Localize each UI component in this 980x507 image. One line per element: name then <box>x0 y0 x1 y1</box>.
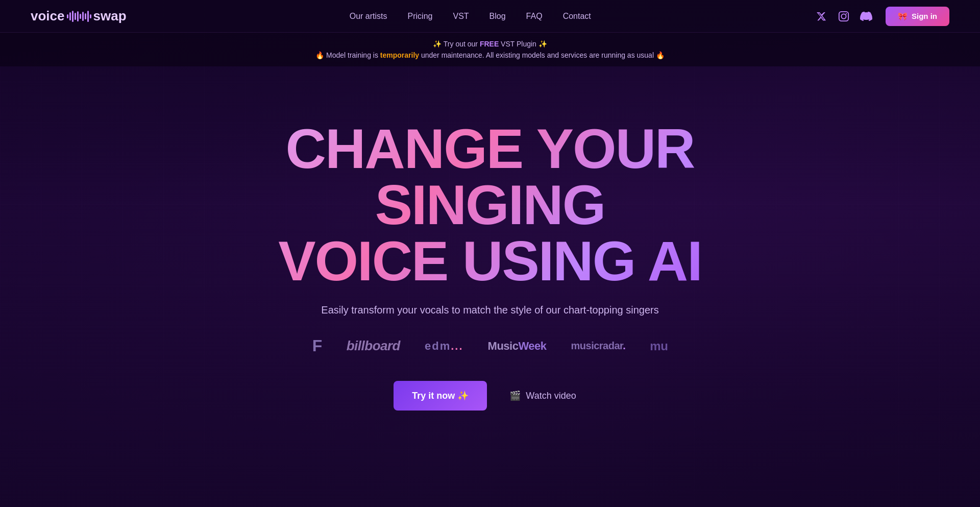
brands-row: F billboard edm... MusicWeek musicradar.… <box>312 336 668 355</box>
hero-title-line1: CHANGE YOUR SINGING <box>285 117 694 236</box>
nav-right: 🎀 Sign in <box>814 7 949 26</box>
nav-item-faq[interactable]: FAQ <box>526 12 543 21</box>
brand-edm: edm... <box>425 340 463 353</box>
nav-item-our-artists[interactable]: Our artists <box>350 12 387 21</box>
svg-rect-0 <box>839 11 848 20</box>
logo-prefix: voice <box>31 8 65 24</box>
instagram-icon[interactable] <box>837 9 851 23</box>
hero-section: CHANGE YOUR SINGING VOICE USING AI Easil… <box>0 66 980 454</box>
logo[interactable]: voice swap <box>31 8 127 24</box>
nav-item-blog[interactable]: Blog <box>489 12 506 21</box>
try-it-now-button[interactable]: Try it now ✨ <box>394 381 487 411</box>
sign-in-label: Sign in <box>912 12 937 20</box>
svg-point-2 <box>846 13 847 14</box>
logo-waveform <box>67 11 91 22</box>
brand-billboard: billboard <box>347 338 400 354</box>
vst-announcement: ✨ Try out our FREE VST Plugin ✨ <box>433 40 547 48</box>
nav-links: Our artists Pricing VST Blog FAQ Contact <box>350 12 591 21</box>
nav-item-vst[interactable]: VST <box>453 12 469 21</box>
try-btn-label: Try it now ✨ <box>412 391 469 401</box>
social-icons <box>814 9 873 23</box>
hero-title-line2: VOICE USING AI <box>278 229 702 292</box>
nav-item-contact[interactable]: Contact <box>563 12 591 21</box>
hero-title: CHANGE YOUR SINGING VOICE USING AI <box>209 120 771 289</box>
hero-subtitle: Easily transform your vocals to match th… <box>321 304 658 316</box>
sign-in-button[interactable]: 🎀 Sign in <box>886 7 949 26</box>
nav-item-pricing[interactable]: Pricing <box>408 12 433 21</box>
brand-musicweek: MusicWeek <box>488 340 547 353</box>
cta-row: Try it now ✨ 🎬 Watch video <box>394 381 586 411</box>
sign-in-icon: 🎀 <box>898 12 908 21</box>
twitter-icon[interactable] <box>814 9 828 23</box>
brand-f: F <box>312 336 322 355</box>
navbar: voice swap Our artists Pricing VST Blog … <box>0 0 980 33</box>
watch-video-icon: 🎬 <box>509 390 521 401</box>
brand-mu: mu <box>650 339 668 353</box>
discord-icon[interactable] <box>859 9 873 23</box>
watch-video-button[interactable]: 🎬 Watch video <box>499 381 586 411</box>
logo-suffix: swap <box>93 8 127 24</box>
announcement-area: ✨ Try out our FREE VST Plugin ✨ 🔥 Model … <box>0 33 980 66</box>
brand-musicradar: musicradar. <box>571 340 626 352</box>
maintenance-announcement: 🔥 Model training is temporarily under ma… <box>315 51 665 59</box>
svg-point-1 <box>841 14 846 18</box>
watch-video-label: Watch video <box>526 391 576 401</box>
